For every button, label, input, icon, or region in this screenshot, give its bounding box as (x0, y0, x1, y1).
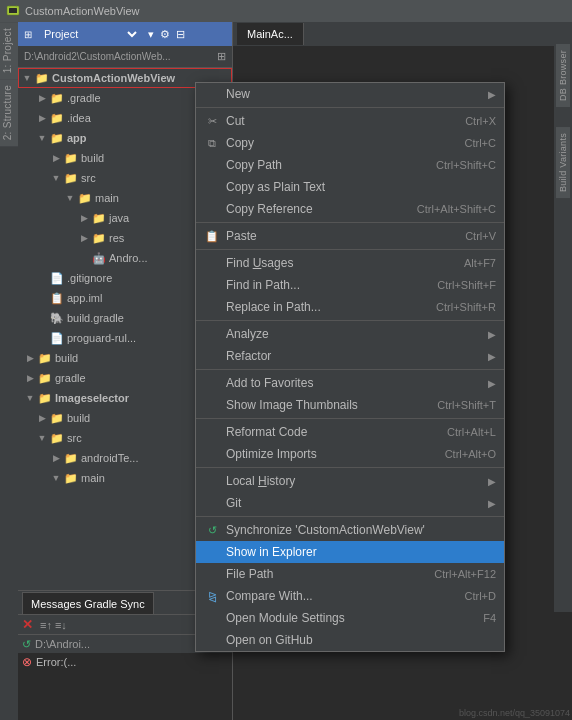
menu-item-localhistory[interactable]: Local History ▶ (196, 470, 504, 492)
shortcut-copy: Ctrl+C (465, 137, 496, 149)
arrow-imageselector-build: ▶ (36, 412, 48, 424)
folder-icon: 📁 (92, 231, 106, 245)
arrow-app-build: ▶ (50, 152, 62, 164)
menu-item-git[interactable]: Git ▶ (196, 492, 504, 514)
menu-item-filepath[interactable]: File Path Ctrl+Alt+F12 (196, 563, 504, 585)
svg-point-2 (9, 6, 11, 8)
main-area: 1: Project 2: Structure ⊞ Project ▾ ⚙ ⊟ … (0, 22, 572, 720)
error-text: Error:(... (36, 656, 76, 668)
sidebar-item-dbbrowser[interactable]: DB Browser (556, 44, 570, 107)
folder-icon: 📁 (50, 91, 64, 105)
filter-btn[interactable]: ≡↑ (40, 619, 52, 631)
tree-label-build-root: build (55, 352, 78, 364)
right-side-tabs: DB Browser Build Variants (554, 44, 572, 612)
context-menu: New ▶ ✂ Cut Ctrl+X ⧉ Copy Ctrl+C Copy Pa… (195, 82, 505, 652)
search-icon[interactable]: ⊞ (217, 50, 226, 63)
menu-label-replaceinpath: Replace in Path... (226, 300, 416, 314)
shortcut-copypath: Ctrl+Shift+C (436, 159, 496, 171)
sidebar-item-buildvariants[interactable]: Build Variants (556, 127, 570, 198)
menu-item-reformatcode[interactable]: Reformat Code Ctrl+Alt+L (196, 421, 504, 443)
arrow-androidte: ▶ (50, 452, 62, 464)
paste-icon: 📋 (204, 228, 220, 244)
project-dropdown[interactable]: Project (40, 27, 140, 41)
menu-item-copyreference[interactable]: Copy Reference Ctrl+Alt+Shift+C (196, 198, 504, 220)
modulesettings-icon (204, 610, 220, 626)
menu-item-openmodulesettings[interactable]: Open Module Settings F4 (196, 607, 504, 629)
arrow-gradle: ▶ (36, 92, 48, 104)
arrow-main: ▼ (64, 192, 76, 204)
gear-icon[interactable]: ⚙ (160, 28, 170, 41)
tree-label-src: src (81, 172, 96, 184)
menu-label-copy: Copy (226, 136, 445, 150)
folder-icon: 📁 (50, 431, 64, 445)
folder-icon: 📁 (50, 411, 64, 425)
bottom-tab-messages[interactable]: Messages Gradle Sync (22, 592, 154, 614)
arrow-java: ▶ (78, 212, 90, 224)
menu-item-cut[interactable]: ✂ Cut Ctrl+X (196, 110, 504, 132)
copyplaintext-icon (204, 179, 220, 195)
tree-label-gradle-root: gradle (55, 372, 86, 384)
menu-label-openongithub: Open on GitHub (226, 633, 496, 647)
menu-item-findinpath[interactable]: Find in Path... Ctrl+Shift+F (196, 274, 504, 296)
menu-item-copyplaintext[interactable]: Copy as Plain Text (196, 176, 504, 198)
menu-item-analyze[interactable]: Analyze ▶ (196, 323, 504, 345)
bottom-path-text: D:\Androi... (35, 638, 90, 650)
shortcut-showimagethumbs: Ctrl+Shift+T (437, 399, 496, 411)
menu-label-showimagethumbs: Show Image Thumbnails (226, 398, 417, 412)
submenu-arrow-new: ▶ (488, 89, 496, 100)
layout-icon[interactable]: ⊟ (176, 28, 185, 41)
menu-item-showinexplorer[interactable]: Show in Explorer (196, 541, 504, 563)
separator-8 (196, 516, 504, 517)
menu-item-optimizeimports[interactable]: Optimize Imports Ctrl+Alt+O (196, 443, 504, 465)
shortcut-reformatcode: Ctrl+Alt+L (447, 426, 496, 438)
replaceinpath-icon (204, 299, 220, 315)
optimizeimports-icon (204, 446, 220, 462)
arrow-build-root: ▶ (24, 352, 36, 364)
folder-icon: 📁 (50, 131, 64, 145)
menu-label-copyplaintext: Copy as Plain Text (226, 180, 496, 194)
svg-rect-1 (9, 8, 17, 13)
arrow-res: ▶ (78, 232, 90, 244)
sidebar-item-structure[interactable]: 2: Structure (0, 79, 18, 146)
editor-tab-label: MainAc... (247, 28, 293, 40)
menu-item-showimagethumbs[interactable]: Show Image Thumbnails Ctrl+Shift+T (196, 394, 504, 416)
menu-item-comparewith[interactable]: ⧎ Compare With... Ctrl+D (196, 585, 504, 607)
copyreference-icon (204, 201, 220, 217)
sidebar-item-project[interactable]: 1: Project (0, 22, 18, 79)
arrow-gradle-root: ▶ (24, 372, 36, 384)
svg-point-3 (16, 6, 18, 8)
title-bar-text: CustomActionWebView (25, 5, 140, 17)
menu-label-findinpath: Find in Path... (226, 278, 417, 292)
cut-icon: ✂ (204, 113, 220, 129)
menu-item-refactor[interactable]: Refactor ▶ (196, 345, 504, 367)
filter2-btn[interactable]: ≡↓ (55, 619, 67, 631)
git-icon (204, 495, 220, 511)
separator-6 (196, 418, 504, 419)
bottom-tab-label: Messages Gradle Sync (31, 598, 145, 610)
file-icon: 📄 (50, 271, 64, 285)
menu-item-openongithub[interactable]: Open on GitHub (196, 629, 504, 651)
tree-label-appiml: app.iml (67, 292, 102, 304)
menu-item-findusages[interactable]: Find Usages Alt+F7 (196, 252, 504, 274)
shortcut-copyreference: Ctrl+Alt+Shift+C (417, 203, 496, 215)
tree-label-java: java (109, 212, 129, 224)
menu-label-openmodulesettings: Open Module Settings (226, 611, 463, 625)
tree-label-imageselector-main: main (81, 472, 105, 484)
menu-item-synchronize[interactable]: ↺ Synchronize 'CustomActionWebView' (196, 519, 504, 541)
editor-tab-mainac[interactable]: MainAc... (237, 23, 304, 45)
bottom-error-row: ⊗ Error:(... (18, 653, 232, 671)
menu-item-copy[interactable]: ⧉ Copy Ctrl+C (196, 132, 504, 154)
menu-item-copypath[interactable]: Copy Path Ctrl+Shift+C (196, 154, 504, 176)
close-btn[interactable]: ✕ (22, 617, 33, 632)
new-icon (204, 86, 220, 102)
arrow-idea: ▶ (36, 112, 48, 124)
menu-item-addtofavorites[interactable]: Add to Favorites ▶ (196, 372, 504, 394)
menu-item-paste[interactable]: 📋 Paste Ctrl+V (196, 225, 504, 247)
tree-label-gitignore: .gitignore (67, 272, 112, 284)
expand-icon[interactable]: ▾ (148, 28, 154, 41)
menu-item-new[interactable]: New ▶ (196, 83, 504, 105)
menu-label-synchronize: Synchronize 'CustomActionWebView' (226, 523, 496, 537)
menu-label-new: New (226, 87, 484, 101)
menu-label-refactor: Refactor (226, 349, 484, 363)
menu-item-replaceinpath[interactable]: Replace in Path... Ctrl+Shift+R (196, 296, 504, 318)
